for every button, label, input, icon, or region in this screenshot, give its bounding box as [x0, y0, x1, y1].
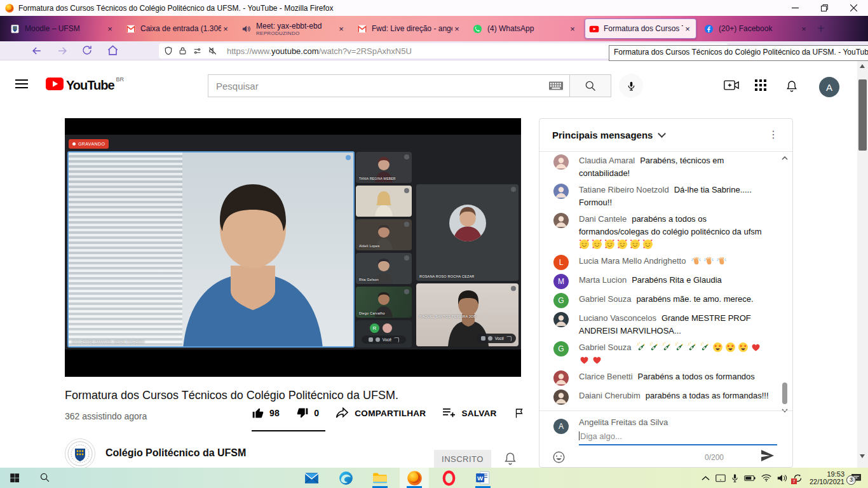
self-controls: Você [362, 336, 406, 344]
browser-tab-5[interactable]: (4) WhatsApp× [469, 18, 581, 39]
tab-close-icon[interactable]: × [337, 24, 346, 34]
clock-date: 22/10/2021 [810, 478, 844, 485]
close-button[interactable] [839, 0, 868, 16]
chat-author-avatar[interactable] [553, 154, 569, 170]
voice-search-button[interactable] [619, 74, 643, 98]
report-flag-button[interactable] [513, 407, 525, 419]
tab-close-icon[interactable]: × [221, 24, 230, 34]
start-button[interactable] [9, 472, 20, 484]
tab-close-icon[interactable]: × [452, 24, 461, 34]
tab-close-icon[interactable]: × [683, 24, 692, 34]
taskbar-opera-icon[interactable] [434, 468, 463, 488]
emoji-picker-icon[interactable] [552, 451, 566, 464]
wifi-icon[interactable] [761, 474, 771, 482]
browser-tab-1[interactable]: Moodle – UFSM× [6, 18, 118, 39]
back-button[interactable] [31, 44, 43, 57]
taskbar-explorer-icon[interactable] [365, 468, 395, 488]
youtube-logo[interactable]: YouTube BR [46, 78, 124, 93]
menu-icon[interactable] [15, 77, 28, 91]
chat-author-avatar[interactable] [553, 184, 569, 199]
account-avatar[interactable]: A [819, 77, 839, 97]
search-input[interactable]: Pesquisar [208, 74, 611, 97]
autoplay-blocked-icon[interactable] [208, 46, 217, 55]
chat-author-avatar[interactable]: G [553, 341, 569, 356]
video-player[interactable]: GRAVANDO GUILHERME EMANUEL WEISS PINHEIR… [65, 118, 521, 377]
browser-tab-6[interactable]: Formatura dos Cursos T× [585, 18, 696, 39]
action-center-icon[interactable]: 3 [851, 473, 862, 483]
chat-menu-icon[interactable]: ⋮ [768, 128, 778, 140]
battery-icon[interactable] [744, 475, 756, 482]
tab-label: (20+) Facebook [719, 24, 799, 33]
taskbar-word-icon[interactable]: W [468, 468, 498, 488]
scroll-down-arrow[interactable] [860, 454, 865, 458]
taskbar-firefox-icon[interactable] [400, 468, 429, 488]
chat-message-body: Lucia Mara Mello Andrighetto [579, 255, 773, 270]
chat-author-avatar[interactable]: L [553, 255, 569, 270]
chat-author-avatar[interactable] [553, 213, 569, 228]
channel-name[interactable]: Colégio Politécnico da UFSM [105, 447, 246, 459]
taskbar-edge-icon[interactable] [331, 468, 360, 488]
subscribed-button[interactable]: INSCRITO [434, 450, 491, 468]
chat-author-name: Lucia Mara Mello Andrighetto [579, 256, 686, 266]
update-sync-icon[interactable]: 7 [793, 473, 803, 483]
taskbar-search-icon[interactable] [39, 472, 50, 483]
channel-bell-icon[interactable] [503, 451, 517, 466]
channel-avatar[interactable] [65, 438, 95, 468]
chat-message-input[interactable]: Diga algo... [579, 431, 777, 441]
chevron-down-icon[interactable] [658, 130, 667, 138]
chat-scroll-up-arrow[interactable] [782, 156, 788, 160]
tab-close-icon[interactable]: × [799, 24, 808, 34]
search-button[interactable] [569, 75, 611, 97]
chat-author-avatar[interactable]: M [553, 274, 569, 289]
dislike-button[interactable]: 0 [296, 407, 319, 419]
chat-author-avatar[interactable]: G [553, 293, 569, 308]
create-video-icon[interactable] [724, 79, 739, 91]
chat-scrollbar-thumb[interactable] [782, 383, 787, 404]
keyboard-icon[interactable] [549, 81, 563, 90]
share-button[interactable]: COMPARTILHAR [336, 407, 426, 419]
new-tab-button[interactable]: + [817, 22, 825, 35]
participant-photo-avatar [383, 323, 392, 333]
minimize-button[interactable] [780, 0, 810, 16]
page-scrollbar[interactable] [857, 60, 868, 468]
browser-tab-3[interactable]: Meet: yax-ebbt-ebdREPRODUZINDO× [238, 18, 349, 39]
permissions-icon[interactable] [193, 47, 202, 55]
scroll-up-arrow[interactable] [860, 64, 865, 68]
chat-author-avatar[interactable] [553, 370, 569, 386]
bottle-emoji [661, 342, 672, 353]
tab-close-icon[interactable]: × [568, 24, 577, 34]
bottle-emoji [674, 342, 685, 353]
browser-tab-2[interactable]: Caixa de entrada (1.306)× [122, 18, 234, 39]
chat-author-avatar[interactable] [553, 312, 569, 327]
gmail-tab-icon [126, 25, 136, 33]
notifications-bell-icon[interactable] [785, 79, 798, 93]
reload-button[interactable] [81, 44, 94, 57]
taskbar-mail-icon[interactable] [297, 468, 326, 488]
volume-icon[interactable] [777, 474, 787, 482]
star-struck-emoji [725, 342, 736, 353]
chat-author-avatar[interactable] [553, 390, 569, 405]
input-underline [579, 444, 777, 445]
microphone-tray-icon[interactable] [731, 473, 738, 483]
tray-expand-icon[interactable] [702, 475, 710, 481]
tab-close-icon[interactable]: × [105, 24, 114, 34]
save-button[interactable]: SALVAR [442, 407, 496, 419]
send-message-icon[interactable] [761, 449, 775, 462]
clap-emoji [691, 255, 702, 266]
forward-button[interactable] [56, 44, 69, 57]
ufsm-tab-icon [10, 24, 20, 34]
like-button[interactable]: 98 [252, 407, 280, 419]
lock-icon[interactable] [179, 46, 187, 55]
shield-icon[interactable] [164, 46, 173, 55]
chat-filter-label[interactable]: Principais mensagens [552, 130, 653, 140]
browser-tab-4[interactable]: Fwd: Live direção - angel× [353, 18, 465, 39]
chat-message: MMarta LucionParabéns Rita e Glaudia [539, 274, 778, 293]
tablet-mode-icon[interactable] [715, 474, 726, 482]
taskbar-clock[interactable]: 19:53 22/10/2021 [810, 470, 844, 485]
chat-message-list: Claudia AmaralParabéns, técnicos em cont… [539, 152, 778, 410]
browser-tab-7[interactable]: (20+) Facebook× [700, 18, 812, 39]
scrollbar-thumb[interactable] [858, 79, 867, 151]
home-button[interactable] [107, 44, 119, 57]
apps-grid-icon[interactable] [755, 79, 767, 92]
restore-button[interactable] [810, 0, 839, 16]
